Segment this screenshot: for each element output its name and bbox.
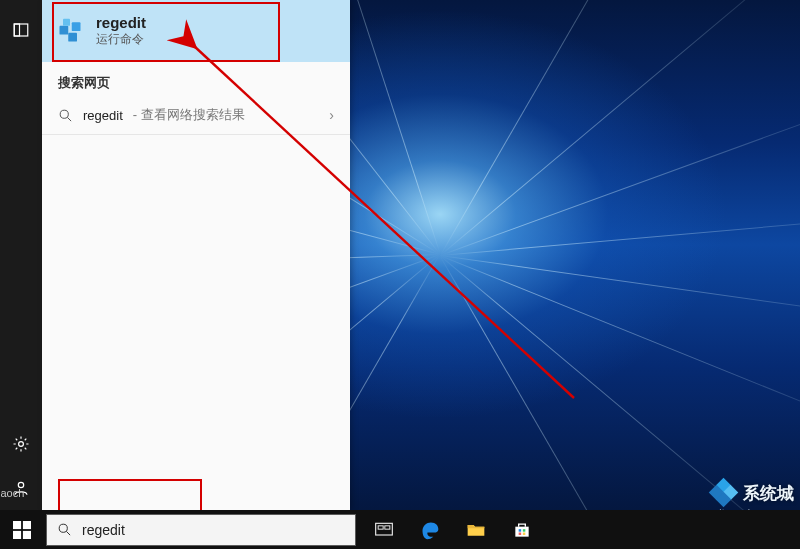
task-view-icon xyxy=(374,520,394,540)
left-watermark-text: iaoch xyxy=(0,487,24,499)
rail-panel-button[interactable] xyxy=(0,8,42,52)
edge-button[interactable] xyxy=(420,520,440,540)
search-icon xyxy=(57,522,72,537)
svg-line-9 xyxy=(67,117,71,121)
svg-rect-22 xyxy=(519,532,522,535)
svg-rect-4 xyxy=(60,26,69,35)
store-button[interactable] xyxy=(512,520,532,540)
search-results-panel: regedit 运行命令 搜索网页 regedit - 查看网络搜索结果 › xyxy=(42,0,350,510)
start-rail xyxy=(0,0,42,510)
best-match-item[interactable]: regedit 运行命令 xyxy=(42,0,350,62)
windows-logo-icon xyxy=(13,521,31,539)
edge-icon xyxy=(420,520,440,540)
svg-rect-1 xyxy=(14,24,19,36)
best-match-text: regedit 运行命令 xyxy=(96,14,146,48)
folder-icon xyxy=(466,520,486,540)
store-icon xyxy=(512,520,532,540)
svg-rect-18 xyxy=(378,525,383,528)
svg-rect-7 xyxy=(63,19,70,26)
taskbar xyxy=(0,510,800,549)
svg-rect-19 xyxy=(385,525,390,528)
svg-rect-21 xyxy=(523,529,526,532)
taskbar-pinned-apps xyxy=(374,510,532,549)
section-label-web: 搜索网页 xyxy=(42,62,350,98)
web-result-query: regedit xyxy=(83,108,123,123)
svg-rect-13 xyxy=(13,530,21,538)
rail-settings-button[interactable] xyxy=(0,422,42,466)
svg-line-16 xyxy=(66,531,70,535)
search-icon xyxy=(58,108,73,123)
regedit-icon xyxy=(56,17,84,45)
svg-rect-6 xyxy=(68,33,77,42)
screenshot-root: iaoch regedit 运行命令 搜索网页 regedit - 查看网络搜索… xyxy=(0,0,800,549)
chevron-right-icon: › xyxy=(329,107,334,123)
watermark: 系统城 xyxy=(711,480,794,506)
best-match-title: regedit xyxy=(96,14,146,31)
svg-point-15 xyxy=(59,524,67,532)
svg-rect-14 xyxy=(23,530,31,538)
svg-point-8 xyxy=(60,110,68,118)
gear-icon xyxy=(12,435,30,453)
file-explorer-button[interactable] xyxy=(466,520,486,540)
svg-rect-20 xyxy=(519,529,522,532)
svg-point-2 xyxy=(19,442,24,447)
taskbar-search-input[interactable] xyxy=(80,521,345,539)
panel-icon xyxy=(12,21,30,39)
start-button[interactable] xyxy=(0,510,44,549)
divider xyxy=(42,134,350,135)
web-result-suffix: - 查看网络搜索结果 xyxy=(133,106,245,124)
svg-rect-11 xyxy=(13,521,21,529)
svg-rect-5 xyxy=(72,22,81,31)
best-match-subtitle: 运行命令 xyxy=(96,31,146,48)
watermark-text: 系统城 xyxy=(743,482,794,505)
task-view-button[interactable] xyxy=(374,520,394,540)
svg-rect-23 xyxy=(523,532,526,535)
web-search-result[interactable]: regedit - 查看网络搜索结果 › xyxy=(42,98,350,132)
taskbar-search-box[interactable] xyxy=(46,514,356,546)
svg-rect-12 xyxy=(23,521,31,529)
svg-rect-0 xyxy=(14,24,28,36)
